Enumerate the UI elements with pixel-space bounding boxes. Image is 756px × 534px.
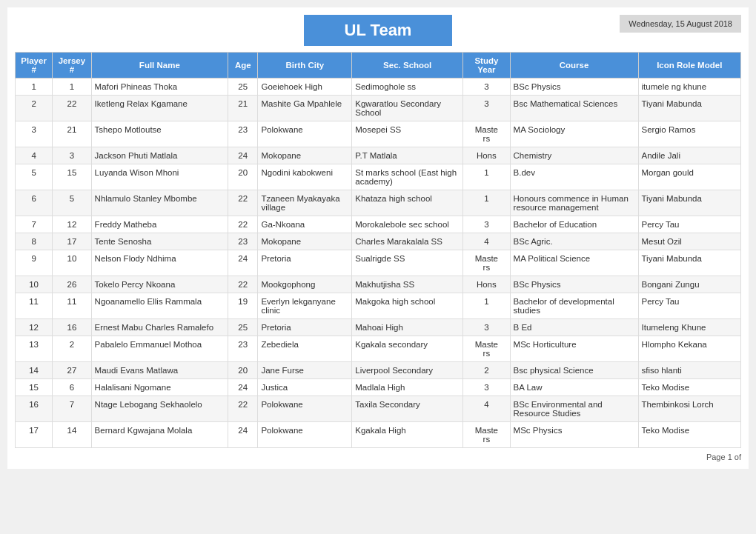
table-cell: 25 [228,79,258,96]
table-cell: Masters [463,250,510,276]
table-cell: Ngodini kabokweni [258,164,352,190]
table-cell: BSc Physics [510,276,638,293]
table-cell: Ngoanamello Ellis Rammala [91,293,228,319]
table-cell: 5 [53,190,91,216]
table-row: 321Tshepo Motloutse23PolokwaneMosepei SS… [16,121,741,147]
table-cell: Ga-Nkoana [258,216,352,233]
table-cell: Ernest Mabu Charles Ramalefo [91,319,228,336]
table-cell: Sergio Ramos [638,121,740,147]
table-cell: Tokelo Percy Nkoana [91,276,228,293]
table-cell: 7 [16,216,53,233]
table-cell: 6 [16,190,53,216]
table-header-row: Player # Jersey # Full Name Age Birth Ci… [16,53,741,79]
table-row: 910Nelson Flody Ndhima24PretoriaSualrigd… [16,250,741,276]
table-cell: MSc Physics [510,422,638,448]
page-footer-text: Page 1 of [706,453,741,461]
col-header-course: Course [510,53,638,79]
table-cell: 14 [53,422,91,448]
table-cell: Tzaneen Myakayaka village [258,190,352,216]
table-row: 1216Ernest Mabu Charles Ramalefo25Pretor… [16,319,741,336]
table-cell: Mesut Ozil [638,233,740,250]
table-cell: Percy Tau [638,216,740,233]
table-cell: 3 [463,96,510,121]
table-cell: Masters [463,121,510,147]
table-cell: 22 [228,216,258,233]
table-cell: 7 [53,396,91,422]
header: UL Team Wednesday, 15 August 2018 [15,15,741,46]
table-cell: 24 [228,147,258,164]
table-cell: MA Political Science [510,250,638,276]
table-cell: Jane Furse [258,362,352,379]
team-title: UL Team [304,15,452,46]
table-cell: 22 [228,396,258,422]
table-cell: 22 [228,190,258,216]
table-cell: 4 [16,147,53,164]
table-cell: 24 [228,250,258,276]
table-cell: 8 [16,233,53,250]
table-cell: 15 [16,379,53,396]
table-cell: Iketleng Relax Kgamane [91,96,228,121]
table-cell: Mosepei SS [352,121,463,147]
table-cell: Nhlamulo Stanley Mbombe [91,190,228,216]
table-cell: B Ed [510,319,638,336]
table-cell: itumele ng khune [638,79,740,96]
table-cell: 16 [53,319,91,336]
table-cell: Ntage Lebogang Sekhaolelo [91,396,228,422]
table-cell: 14 [16,362,53,379]
table-row: 222Iketleng Relax Kgamane21Mashite Ga Mp… [16,96,741,121]
table-cell: Goeiehoek High [258,79,352,96]
table-cell: BA Law [510,379,638,396]
col-header-age: Age [228,53,258,79]
table-cell: Sedimoghole ss [352,79,463,96]
table-cell: Tiyani Mabunda [638,250,740,276]
table-cell: Luyanda Wison Mhoni [91,164,228,190]
table-cell: Teko Modise [638,379,740,396]
table-row: 43Jackson Phuti Matlala24MokopaneP.T Mat… [16,147,741,164]
table-cell: 21 [228,96,258,121]
table-cell: Mafori Phineas Thoka [91,79,228,96]
table-cell: 27 [53,362,91,379]
table-cell: 1 [463,164,510,190]
table-cell: Polokwane [258,396,352,422]
table-cell: 9 [16,250,53,276]
date-box: Wednesday, 15 August 2018 [620,15,741,33]
table-cell: Bernard Kgwajana Molala [91,422,228,448]
table-cell: Justica [258,379,352,396]
table-cell: Itumeleng Khune [638,319,740,336]
table-cell: BSc Physics [510,79,638,96]
table-row: 167Ntage Lebogang Sekhaolelo22PolokwaneT… [16,396,741,422]
table-row: 1111Ngoanamello Ellis Rammala19Everlyn l… [16,293,741,319]
table-cell: Masters [463,422,510,448]
table-cell: sfiso hlanti [638,362,740,379]
table-cell: 2 [463,362,510,379]
table-cell: Pretoria [258,319,352,336]
table-cell: 23 [228,121,258,147]
table-row: 1427Maudi Evans Matlawa20Jane FurseLiver… [16,362,741,379]
table-cell: Khataza high school [352,190,463,216]
table-cell: Hlompho Kekana [638,336,740,362]
table-cell: 17 [53,233,91,250]
table-row: 156Halalisani Ngomane24JusticaMadlala Hi… [16,379,741,396]
table-cell: MA Sociology [510,121,638,147]
table-cell: 1 [53,79,91,96]
table-cell: 3 [16,121,53,147]
table-cell: 22 [228,276,258,293]
table-cell: 5 [16,164,53,190]
table-cell: MSc Horticulture [510,336,638,362]
table-cell: Chemistry [510,147,638,164]
table-cell: Morgan gould [638,164,740,190]
table-cell: Thembinkosi Lorch [638,396,740,422]
table-cell: 11 [16,293,53,319]
table-cell: 11 [53,293,91,319]
table-cell: Percy Tau [638,293,740,319]
table-cell: Kgakala secondary [352,336,463,362]
table-cell: Taxila Secondary [352,396,463,422]
table-cell: 13 [16,336,53,362]
table-cell: Nelson Flody Ndhima [91,250,228,276]
table-cell: Tiyani Mabunda [638,190,740,216]
table-cell: 23 [228,336,258,362]
table-cell: 24 [228,422,258,448]
table-cell: 1 [16,79,53,96]
table-cell: 3 [53,147,91,164]
table-cell: 19 [228,293,258,319]
